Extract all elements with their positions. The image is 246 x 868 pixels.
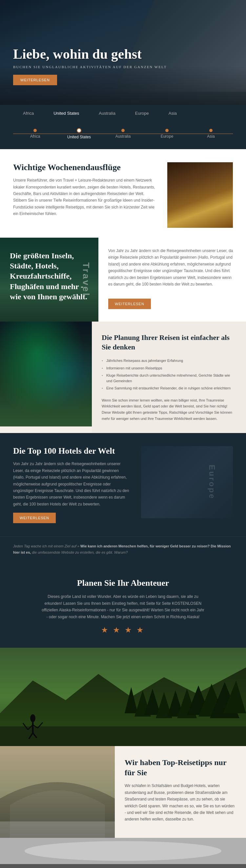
planning-list-item-4: Eine Sammlung mit erstaunlicher Reisende… [102, 384, 236, 392]
tips-body: Wir schlafen in Schlafsälen und Budget-H… [125, 782, 236, 823]
adventure-title: Planen Sie Ihr Abenteuer [13, 578, 233, 588]
nav-tab-australia[interactable]: Australia [89, 105, 125, 122]
svg-rect-40 [0, 864, 246, 868]
islands-right-panel: Von Jahr zu Jahr ändern sich die Reisege… [98, 238, 246, 321]
hotels-title: Die Top 100 Hotels der Welt [13, 446, 131, 456]
tips-section: Wir haben Top-Reisetipps nur für Sie Wir… [0, 746, 246, 838]
adventure-stars: ★ ★ ★ ★ [13, 625, 233, 634]
landscape-svg [0, 648, 246, 746]
navigation-bar: Africa United States Australia Europe As… [0, 105, 246, 122]
svg-point-45 [25, 841, 221, 861]
adventure-section: Planen Sie Ihr Abenteuer Dieses große La… [0, 565, 246, 648]
tips-title: Wir haben Top-Reisetipps nur für Sie [125, 757, 236, 778]
planning-section: Die Planung Ihrer Reisen ist einfacher a… [0, 321, 246, 433]
nav-tab-asia[interactable]: Asia [159, 105, 187, 122]
planning-body: Wenn Sie schon immer lernen wollten, wie… [102, 397, 236, 422]
planning-inner: Die Planung Ihrer Reisen ist einfacher a… [0, 321, 246, 433]
islands-content: Die größten Inseln, Städte, Hotels, Kreu… [10, 251, 89, 302]
quote-suffix: die umfassendste Website zu erstellen, d… [32, 550, 128, 554]
hero-subtitle: Buchen Sie unglaubliche Aktivitäten auf … [13, 65, 166, 69]
timeline-dot-united-states [77, 128, 81, 133]
islands-section: Die größten Inseln, Städte, Hotels, Kreu… [0, 238, 246, 321]
tips-bridge-image [0, 746, 115, 838]
timeline-item-australia[interactable]: Australia [101, 129, 145, 138]
timeline-label-europe: Europe [161, 134, 174, 138]
timeline-item-africa[interactable]: Africa [13, 129, 57, 138]
planning-list: Jährliches Reisepass aus jahrelanger Erf… [102, 357, 236, 392]
quote-text: Jeden Tag wache ich mit einem Ziel auf »… [13, 543, 233, 555]
timeline-label-australia: Australia [116, 134, 131, 138]
svg-point-19 [30, 714, 35, 722]
hero-content: Liebe, wohin du gehst Buchen Sie unglaub… [0, 46, 180, 85]
timeline-label-asia: Asia [207, 134, 215, 138]
nav-tabs-container: Africa United States Australia Europe As… [13, 105, 233, 122]
aurora-effect [0, 321, 92, 427]
hotels-body: Von Jahr zu Jahr ändern sich die Reisege… [13, 461, 131, 507]
timeline-dot-asia [209, 129, 213, 132]
timeline-item-united-states[interactable]: United States [57, 128, 101, 139]
timeline-item-asia[interactable]: Asia [189, 129, 233, 138]
planning-list-item-3: Kluge Reiseberichte durch unterschiedlic… [102, 372, 236, 384]
hero-section: Liebe, wohin du gehst Buchen Sie unglaub… [0, 0, 246, 105]
quote-prefix: Jeden Tag wache ich mit einem Ziel auf » [13, 544, 80, 548]
timeline-dot-australia [121, 129, 125, 132]
weekend-section: Wichtige Wochenendausflüge Unsere Reisef… [0, 149, 246, 238]
weekend-image [167, 162, 233, 228]
timeline-section: Africa United States Australia Europe As… [0, 122, 246, 149]
timeline-dot-europe [165, 129, 168, 132]
hotels-section: Die Top 100 Hotels der Welt Von Jahr zu … [0, 433, 246, 536]
bridge-svg [0, 746, 115, 838]
timeline-dot-africa [33, 129, 37, 132]
weekend-body: Unsere Reiseführer, die von Travel + Lei… [13, 177, 157, 217]
timeline: Africa United States Australia Europe As… [13, 125, 233, 143]
adventure-body: Dieses große Land ist voller Wunder. Abe… [41, 593, 205, 620]
planning-list-item-1: Jährliches Reisepass aus jahrelanger Erf… [102, 357, 236, 365]
nav-tab-africa[interactable]: Africa [13, 105, 43, 122]
viaduct-svg [0, 838, 246, 868]
timeline-item-europe[interactable]: Europe [145, 129, 189, 138]
hero-cta-button[interactable]: WEITERLESEN [13, 75, 57, 85]
map-background [141, 446, 233, 518]
islands-title: Die größten Inseln, Städte, Hotels, Kreu… [10, 251, 89, 302]
planning-text: Die Planung Ihrer Reisen ist einfacher a… [92, 321, 246, 433]
highland-cow-image [167, 162, 233, 228]
planning-title: Die Planung Ihrer Reisen ist einfacher a… [102, 333, 236, 352]
svg-rect-38 [0, 822, 115, 838]
europe-map: Oslo Kiel Paris Europe [141, 446, 233, 518]
svg-rect-18 [0, 726, 246, 746]
hero-title: Liebe, wohin du gehst [13, 46, 166, 62]
islands-read-more-button[interactable]: WEITERLESEN [108, 299, 151, 309]
europe-map-label: Europe [208, 465, 217, 500]
weekend-title: Wichtige Wochenendausflüge [13, 162, 157, 173]
timeline-label-united-states: United States [67, 135, 91, 139]
landscape-photo [0, 648, 246, 746]
nav-tab-europe[interactable]: Europe [125, 105, 159, 122]
hotels-read-more-button[interactable]: WEITERLESEN [13, 513, 56, 523]
timeline-label-africa: Africa [30, 134, 40, 138]
tips-text: Wir haben Top-Reisetipps nur für Sie Wir… [115, 746, 246, 838]
quote-section: Jeden Tag wache ich mit einem Ziel auf »… [0, 536, 246, 565]
islands-body: Von Jahr zu Jahr ändern sich die Reisege… [108, 247, 236, 287]
aurora-image [0, 321, 92, 427]
nav-tab-united-states[interactable]: United States [43, 105, 89, 122]
islands-left-panel: Die größten Inseln, Städte, Hotels, Kreu… [0, 238, 98, 321]
hotels-text: Die Top 100 Hotels der Welt Von Jahr zu … [13, 446, 131, 523]
viaduct-section [0, 838, 246, 868]
weekend-text: Wichtige Wochenendausflüge Unsere Reisef… [13, 162, 157, 228]
planning-list-item-2: Informieren mit unseren Reisetipps [102, 365, 236, 372]
